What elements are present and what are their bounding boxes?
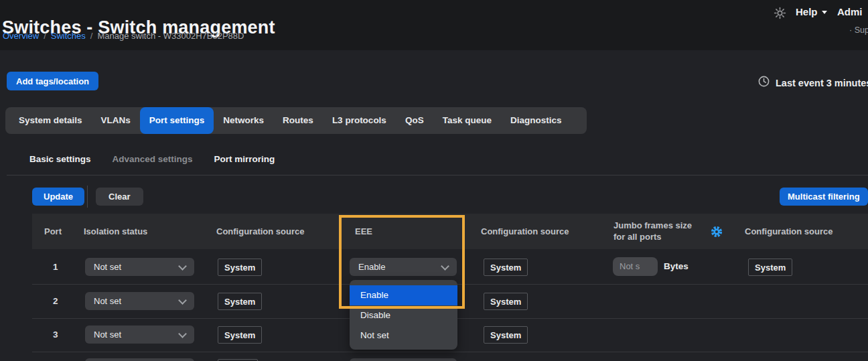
eee-dropdown-menu: Enable Disable Not set bbox=[350, 280, 457, 350]
isolation-status-select[interactable]: Not set bbox=[85, 292, 194, 310]
tab-diagnostics[interactable]: Diagnostics bbox=[501, 107, 571, 134]
port-cell: 1 bbox=[53, 262, 58, 272]
config-source-badge: System bbox=[218, 326, 262, 344]
port-settings-subtabs: Basic settings Advanced settings Port mi… bbox=[29, 154, 275, 164]
tab-task-queue[interactable]: Task queue bbox=[433, 107, 501, 134]
config-source-badge: System bbox=[748, 259, 792, 276]
row-divider bbox=[32, 352, 868, 352]
tab-l3-protocols[interactable]: L3 protocols bbox=[323, 107, 396, 134]
col-header-config-source-3: Configuration source bbox=[745, 226, 833, 236]
subtab-divider bbox=[7, 175, 868, 175]
subtab-port-mirroring[interactable]: Port mirroring bbox=[214, 154, 275, 164]
chevron-down-icon bbox=[441, 262, 449, 271]
switch-management-screen: Switches - Switch management Overview/Sw… bbox=[0, 0, 868, 361]
eee-select[interactable] bbox=[350, 358, 457, 361]
page-header: Switches - Switch management Overview/Sw… bbox=[0, 0, 868, 50]
isolation-status-value: Not set bbox=[94, 330, 121, 340]
config-source-badge: System bbox=[484, 293, 528, 310]
chevron-down-icon bbox=[178, 262, 187, 271]
support-link[interactable]: · Sup bbox=[849, 25, 868, 35]
col-header-config-source-1: Configuration source bbox=[216, 226, 304, 236]
subtab-advanced-settings[interactable]: Advanced settings bbox=[113, 154, 193, 164]
tab-networks[interactable]: Networks bbox=[214, 107, 273, 134]
eee-option-enable[interactable]: Enable bbox=[350, 285, 457, 305]
col-header-port: Port bbox=[44, 226, 62, 236]
chevron-down-icon bbox=[178, 330, 187, 338]
tab-vlans[interactable]: VLANs bbox=[92, 107, 140, 134]
tab-routes[interactable]: Routes bbox=[273, 107, 323, 134]
tab-system-details[interactable]: System details bbox=[9, 107, 92, 134]
breadcrumb: Overview/Switches/Manage switch - W33002… bbox=[3, 31, 244, 41]
help-label: Help bbox=[796, 6, 818, 17]
eee-option-disable[interactable]: Disable bbox=[350, 305, 457, 326]
multicast-filtering-button[interactable]: Multicast filtering bbox=[780, 188, 868, 206]
breadcrumb-current: Manage switch - W33002H7B32P88D bbox=[97, 31, 244, 41]
last-event-status: Last event 3 minutes bbox=[757, 75, 868, 90]
eee-select[interactable]: Enable bbox=[350, 258, 457, 276]
add-tags-location-button[interactable]: Add tags/location bbox=[7, 72, 98, 90]
gear-icon[interactable] bbox=[711, 226, 723, 240]
clock-icon bbox=[757, 75, 770, 90]
col-header-eee: EEE bbox=[355, 226, 372, 236]
breadcrumb-separator: / bbox=[44, 31, 46, 41]
col-header-jumbo-line2: for all ports bbox=[613, 232, 662, 242]
subtab-basic-settings[interactable]: Basic settings bbox=[29, 154, 91, 164]
table-header bbox=[32, 214, 868, 249]
jumbo-unit-label: Bytes bbox=[664, 261, 689, 271]
update-button[interactable]: Update bbox=[32, 188, 84, 206]
isolation-status-value: Not set bbox=[94, 296, 121, 306]
chevron-down-icon bbox=[178, 296, 187, 305]
isolation-status-select[interactable]: Not set bbox=[85, 326, 194, 344]
breadcrumb-separator: / bbox=[90, 31, 93, 41]
isolation-status-value: Not set bbox=[94, 262, 121, 272]
config-source-badge: System bbox=[218, 259, 262, 276]
tab-qos[interactable]: QoS bbox=[396, 107, 433, 134]
sun-icon[interactable] bbox=[774, 7, 786, 22]
breadcrumb-switches[interactable]: Switches bbox=[51, 31, 86, 41]
breadcrumb-overview[interactable]: Overview bbox=[3, 31, 39, 41]
jumbo-frames-input: Not s bbox=[613, 257, 658, 276]
admin-menu[interactable]: Admi bbox=[837, 6, 863, 17]
col-header-config-source-2: Configuration source bbox=[481, 226, 569, 236]
caret-down-icon bbox=[822, 11, 827, 14]
clear-button[interactable]: Clear bbox=[96, 188, 143, 206]
eee-option-not-set[interactable]: Not set bbox=[350, 326, 457, 346]
isolation-status-select[interactable]: Not set bbox=[85, 258, 194, 276]
main-tabs: System details VLANs Port settings Netwo… bbox=[5, 107, 587, 134]
isolation-status-select[interactable] bbox=[85, 358, 194, 361]
last-event-label: Last event 3 minutes bbox=[776, 78, 868, 88]
help-menu[interactable]: Help bbox=[796, 6, 827, 17]
config-source-badge: System bbox=[484, 326, 528, 344]
col-header-jumbo-line1: Jumbo frames size bbox=[613, 220, 692, 231]
toolbar-divider bbox=[87, 186, 88, 208]
config-source-badge: System bbox=[218, 293, 262, 310]
col-header-isolation-status: Isolation status bbox=[84, 226, 147, 236]
port-cell: 2 bbox=[53, 296, 58, 306]
config-source-badge: System bbox=[484, 259, 528, 276]
tab-port-settings[interactable]: Port settings bbox=[140, 107, 214, 134]
eee-value: Enable bbox=[358, 262, 385, 272]
port-cell: 3 bbox=[53, 330, 58, 340]
